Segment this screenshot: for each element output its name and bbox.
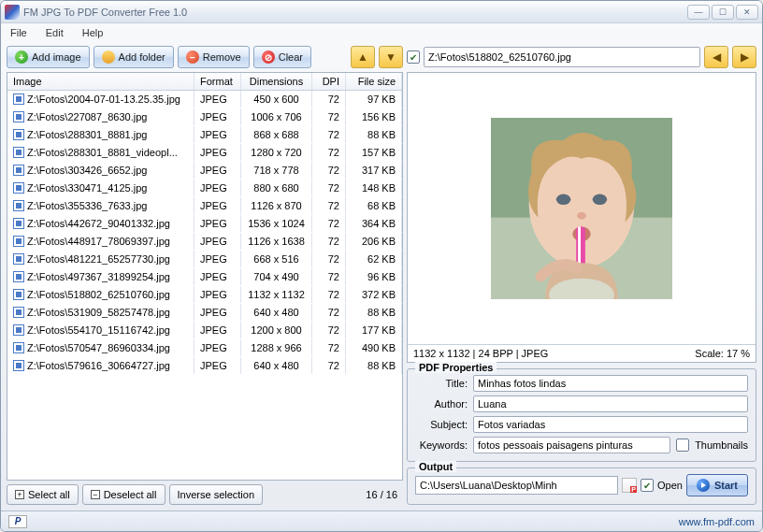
deselect-all-button[interactable]: − Deselect all	[82, 484, 166, 505]
statusbar: P www.fm-pdf.com	[1, 510, 762, 531]
close-button[interactable]: ✕	[736, 5, 758, 20]
file-icon	[13, 200, 24, 211]
table-row[interactable]: Z:\Fotos\442672_90401332.jpgJPEG1536 x 1…	[7, 215, 402, 233]
app-window: FM JPG To PDF Converter Free 1.0 — ☐ ✕ F…	[0, 0, 763, 532]
col-image[interactable]: Image	[7, 73, 194, 90]
menu-file[interactable]: File	[7, 25, 31, 40]
window-title: FM JPG To PDF Converter Free 1.0	[23, 7, 687, 18]
titlebar: FM JPG To PDF Converter Free 1.0 — ☐ ✕	[1, 1, 762, 23]
file-icon	[13, 129, 24, 140]
menu-help[interactable]: Help	[79, 25, 108, 40]
table-row[interactable]: Z:\Fotos\227087_8630.jpgJPEG1006 x 70672…	[7, 108, 402, 126]
minimize-button[interactable]: —	[687, 5, 710, 20]
plus-box-icon: +	[15, 490, 24, 499]
preview-enabled-checkbox[interactable]: ✔	[407, 50, 420, 64]
col-format[interactable]: Format	[194, 73, 241, 90]
file-list: Image Format Dimensions DPI File size Z:…	[7, 72, 403, 481]
file-icon	[13, 182, 24, 194]
preview-scale: Scale: 17 %	[695, 348, 750, 359]
preview-image	[408, 73, 756, 344]
add-image-button[interactable]: + Add image	[7, 46, 90, 68]
next-image-button[interactable]: ▶	[732, 46, 756, 68]
inverse-selection-button[interactable]: Inverse selection	[169, 484, 264, 505]
file-icon	[13, 218, 24, 229]
table-row[interactable]: Z:\Fotos\579616_30664727.jpgJPEG640 x 48…	[7, 357, 402, 375]
output-path-input[interactable]	[415, 476, 618, 495]
preview-panel: 1132 x 1132 | 24 BPP | JPEG Scale: 17 %	[407, 72, 756, 363]
col-dpi[interactable]: DPI	[312, 73, 346, 90]
file-icon	[13, 253, 24, 265]
table-row[interactable]: Z:\Fotos\481221_65257730.jpgJPEG668 x 51…	[7, 251, 402, 268]
table-row[interactable]: Z:\Fotos\448917_78069397.jpgJPEG1126 x 1…	[7, 233, 402, 251]
move-down-button[interactable]: ▼	[379, 46, 403, 68]
file-icon	[13, 147, 24, 158]
file-icon	[13, 289, 24, 300]
subject-input[interactable]	[473, 416, 748, 433]
remove-button[interactable]: – Remove	[178, 46, 250, 68]
app-icon	[5, 5, 20, 20]
preview-info-text: 1132 x 1132 | 24 BPP | JPEG	[413, 348, 548, 359]
table-row[interactable]: Z:\Fotos\497367_31899254.jpgJPEG704 x 49…	[7, 268, 402, 286]
table-row[interactable]: Z:\Fotos\531909_58257478.jpgJPEG640 x 48…	[7, 304, 402, 322]
menu-edit[interactable]: Edit	[42, 25, 67, 40]
select-all-button[interactable]: + Select all	[7, 484, 79, 505]
minus-icon: –	[186, 50, 199, 64]
website-link[interactable]: www.fm-pdf.com	[679, 516, 755, 527]
pdf-properties-group: PDF Properties Title: Author: Subject: K…	[407, 368, 756, 462]
col-filesize[interactable]: File size	[346, 73, 402, 90]
title-input[interactable]	[473, 375, 748, 392]
file-icon	[13, 165, 24, 176]
table-row[interactable]: Z:\Fotos\288301_8881.jpgJPEG868 x 688728…	[7, 126, 402, 144]
open-checkbox[interactable]: ✔	[641, 479, 654, 492]
clear-icon: ⊘	[262, 50, 275, 64]
plus-icon: +	[15, 50, 28, 64]
prev-image-button[interactable]: ◀	[704, 46, 728, 68]
svg-point-4	[593, 194, 608, 205]
author-input[interactable]	[473, 395, 748, 412]
svg-point-3	[556, 194, 571, 205]
minus-box-icon: −	[91, 490, 100, 499]
file-icon	[13, 307, 24, 318]
move-up-button[interactable]: ▲	[351, 46, 375, 68]
menubar: File Edit Help	[1, 23, 762, 42]
table-row[interactable]: Z:\Fotos\288301_8881_videopl...JPEG1280 …	[7, 144, 402, 162]
file-icon	[13, 93, 24, 105]
folder-icon	[102, 50, 115, 64]
preview-path: Z:\Fotos\518802_62510760.jpg	[424, 47, 700, 67]
table-row[interactable]: Z:\Fotos\2004-07-01-13.25.35.jpgJPEG450 …	[7, 91, 402, 108]
add-folder-button[interactable]: Add folder	[94, 46, 174, 68]
file-icon	[13, 360, 24, 371]
paypal-button[interactable]: P	[8, 515, 27, 528]
table-row[interactable]: Z:\Fotos\330471_4125.jpgJPEG880 x 680721…	[7, 180, 402, 197]
output-group: Output ✔ Open Start	[407, 467, 756, 505]
browse-output-button[interactable]	[622, 478, 637, 493]
table-row[interactable]: Z:\Fotos\518802_62510760.jpgJPEG1132 x 1…	[7, 286, 402, 304]
file-icon	[13, 271, 24, 282]
table-row[interactable]: Z:\Fotos\554170_15116742.jpgJPEG1200 x 8…	[7, 322, 402, 339]
table-row[interactable]: Z:\Fotos\303426_6652.jpgJPEG718 x 778723…	[7, 162, 402, 180]
keywords-input[interactable]	[473, 437, 670, 453]
col-dimensions[interactable]: Dimensions	[241, 73, 312, 90]
selection-count: 16 / 16	[366, 489, 403, 500]
file-icon	[13, 236, 24, 247]
file-icon	[13, 324, 24, 336]
file-icon	[13, 342, 24, 353]
svg-point-5	[577, 212, 586, 220]
table-row[interactable]: Z:\Fotos\570547_86960334.jpgJPEG1288 x 9…	[7, 339, 402, 357]
table-row[interactable]: Z:\Fotos\355336_7633.jpgJPEG1126 x 87072…	[7, 197, 402, 215]
clear-button[interactable]: ⊘ Clear	[253, 46, 311, 68]
play-icon	[697, 479, 710, 492]
start-button[interactable]: Start	[686, 474, 748, 496]
maximize-button[interactable]: ☐	[712, 5, 734, 20]
thumbnails-checkbox[interactable]	[676, 439, 689, 452]
file-icon	[13, 111, 24, 122]
